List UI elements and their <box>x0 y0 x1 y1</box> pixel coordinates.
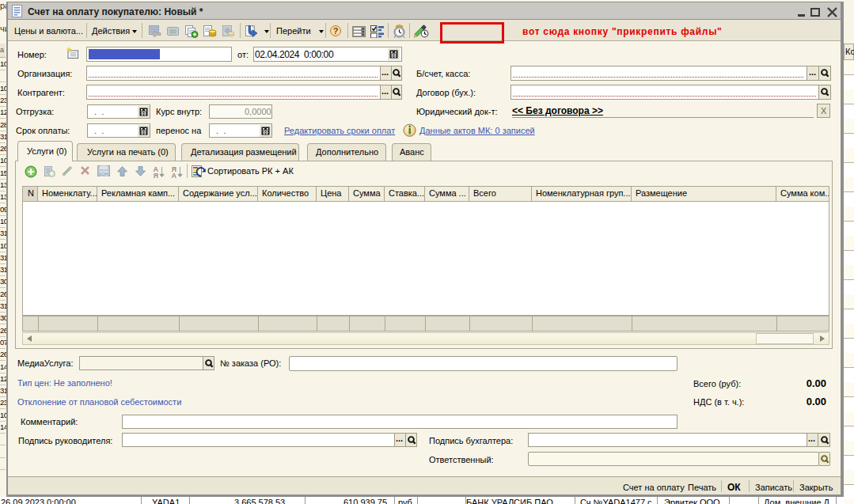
svg-text:?: ? <box>333 26 339 36</box>
svg-text:А: А <box>172 172 177 178</box>
svg-text:Я: Я <box>154 172 158 178</box>
svg-text:КОН: КОН <box>99 172 108 176</box>
